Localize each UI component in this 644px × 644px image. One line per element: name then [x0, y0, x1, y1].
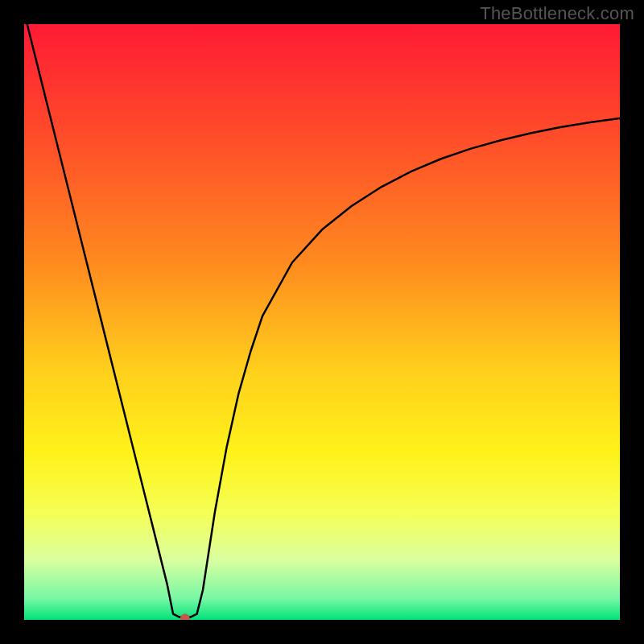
optimal-point-marker — [180, 614, 190, 620]
bottleneck-curve-line — [24, 24, 620, 619]
chart-container: TheBottleneck.com — [0, 0, 644, 644]
plot-area — [24, 24, 620, 620]
watermark-text: TheBottleneck.com — [480, 3, 634, 24]
plot-svg — [24, 24, 620, 620]
